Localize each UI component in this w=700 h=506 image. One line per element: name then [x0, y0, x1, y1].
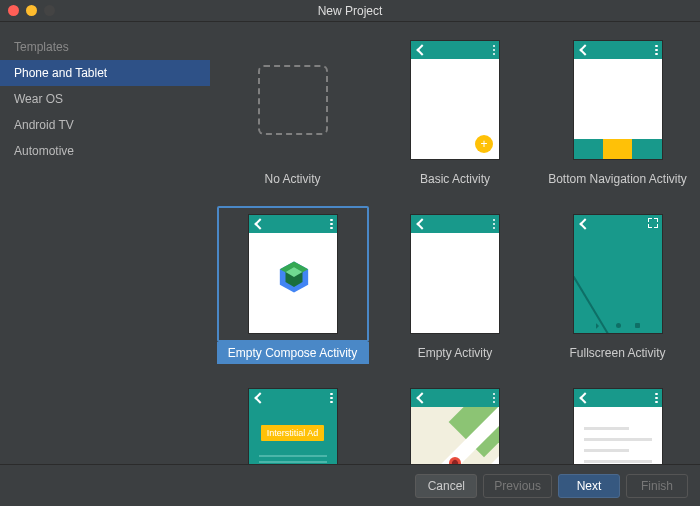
overflow-menu-icon: [493, 393, 496, 404]
template-label: Empty Compose Activity: [217, 342, 369, 364]
titlebar: New Project: [0, 0, 700, 22]
sidebar-item-automotive[interactable]: Automotive: [0, 138, 210, 164]
overflow-menu-icon: [655, 393, 658, 404]
no-activity-icon: [258, 65, 328, 135]
template-tile-login-activity[interactable]: Login Activity: [538, 380, 698, 464]
template-gallery: No Activity + Basic Activity: [210, 22, 700, 464]
template-label: Bottom Navigation Activity: [542, 168, 694, 190]
back-icon: [416, 44, 427, 55]
template-tile-bottom-navigation[interactable]: Bottom Navigation Activity: [538, 32, 698, 202]
template-label: Basic Activity: [379, 168, 531, 190]
template-tile-fullscreen-activity[interactable]: Fullscreen Activity: [538, 206, 698, 376]
overflow-menu-icon: [493, 219, 496, 230]
minimize-window-button[interactable]: [26, 5, 37, 16]
template-tile-admob-activity[interactable]: Interstitial Ad Google AdMob Ads Activit…: [213, 380, 373, 464]
template-tile-basic-activity[interactable]: + Basic Activity: [375, 32, 535, 202]
template-tile-no-activity[interactable]: No Activity: [213, 32, 373, 202]
sidebar-heading: Templates: [0, 36, 210, 60]
back-icon: [254, 218, 265, 229]
overflow-menu-icon: [330, 393, 333, 404]
template-tile-empty-compose[interactable]: Empty Compose Activity: [213, 206, 373, 376]
overflow-menu-icon: [493, 45, 496, 56]
phone-preview: [410, 214, 500, 334]
back-icon: [254, 392, 265, 403]
sidebar: Templates Phone and Tablet Wear OS Andro…: [0, 22, 210, 464]
template-tile-maps-activity[interactable]: Google Maps Activity: [375, 380, 535, 464]
window-controls: [8, 5, 55, 16]
zoom-window-button[interactable]: [44, 5, 55, 16]
ad-banner-label: Interstitial Ad: [261, 425, 325, 441]
wizard-footer: Cancel Previous Next Finish: [0, 464, 700, 506]
cancel-button[interactable]: Cancel: [415, 474, 477, 498]
phone-preview: [248, 214, 338, 334]
fullscreen-icon: [648, 218, 658, 228]
fab-icon: +: [475, 135, 493, 153]
back-icon: [416, 392, 427, 403]
back-icon: [579, 218, 590, 229]
back-icon: [416, 218, 427, 229]
next-button[interactable]: Next: [558, 474, 620, 498]
nav-bar-icon: [574, 323, 662, 329]
phone-preview: [573, 40, 663, 160]
bottom-nav-icon: [574, 139, 662, 159]
sidebar-item-android-tv[interactable]: Android TV: [0, 112, 210, 138]
template-label: Fullscreen Activity: [542, 342, 694, 364]
sidebar-item-wear-os[interactable]: Wear OS: [0, 86, 210, 112]
template-label: Empty Activity: [379, 342, 531, 364]
template-label: No Activity: [217, 168, 369, 190]
phone-preview: Interstitial Ad: [248, 388, 338, 464]
close-window-button[interactable]: [8, 5, 19, 16]
phone-preview: [573, 214, 663, 334]
phone-preview: +: [410, 40, 500, 160]
back-icon: [579, 392, 590, 403]
phone-preview: [573, 388, 663, 464]
map-icon: [411, 407, 499, 464]
sidebar-item-phone-and-tablet[interactable]: Phone and Tablet: [0, 60, 210, 86]
finish-button: Finish: [626, 474, 688, 498]
previous-button: Previous: [483, 474, 552, 498]
window-title: New Project: [0, 4, 700, 18]
jetpack-compose-icon: [277, 260, 311, 294]
phone-preview: [410, 388, 500, 464]
template-tile-empty-activity[interactable]: Empty Activity: [375, 206, 535, 376]
back-icon: [579, 44, 590, 55]
main-area: Templates Phone and Tablet Wear OS Andro…: [0, 22, 700, 464]
overflow-menu-icon: [330, 219, 333, 230]
overflow-menu-icon: [655, 45, 658, 56]
